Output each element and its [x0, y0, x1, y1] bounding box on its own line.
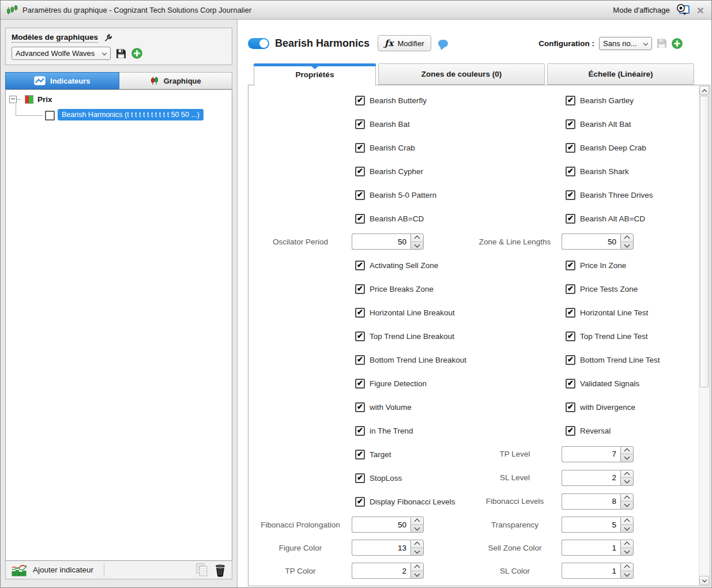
spin-up-icon[interactable]	[621, 494, 633, 502]
checkbox[interactable]: ✔Bearish AB=CD	[355, 214, 424, 224]
copy-indicator-icon[interactable]	[195, 563, 209, 577]
number-input[interactable]	[562, 446, 620, 462]
checkbox[interactable]: ✔Bearish Crab	[355, 143, 415, 153]
spin-down-icon[interactable]	[621, 502, 633, 509]
spin-up-icon[interactable]	[621, 517, 633, 525]
checkbox[interactable]: ✔Validated Signals	[566, 379, 639, 389]
close-icon[interactable]: ×	[695, 4, 706, 16]
checkbox-label: Target	[370, 450, 391, 459]
checkbox[interactable]: ✔with Volume	[355, 402, 412, 412]
checkbox[interactable]: ✔Price Breaks Zone	[355, 284, 434, 294]
wrench-icon[interactable]	[103, 33, 113, 43]
spin-up-icon[interactable]	[411, 540, 423, 548]
checkbox[interactable]: ✔Top Trend Line Breakout	[355, 331, 454, 341]
checkbox[interactable]: ✔Bottom Trend Line Breakout	[355, 355, 466, 365]
checkbox[interactable]: ✔in The Trend	[355, 426, 413, 436]
checkbox[interactable]: ✔Top Trend Line Test	[566, 331, 648, 341]
vertical-scrollbar[interactable]	[699, 86, 709, 585]
tree-node-indicator-label[interactable]: Bearish Harmonics (t t t t t t t t t t t…	[58, 109, 204, 120]
template-select[interactable]: Advanced Wolfe Waves	[12, 47, 111, 60]
spin-down-icon[interactable]	[411, 571, 423, 579]
spin-up-icon[interactable]	[621, 470, 633, 478]
spin-down-icon[interactable]	[411, 525, 423, 533]
tree-node-price-label[interactable]: Prix	[37, 95, 52, 104]
tab-indicators[interactable]: Indicateurs	[5, 72, 119, 89]
property-row: ✔Bearish Bat ✔Bearish Alt Bat	[249, 112, 699, 135]
scrollbar-thumb[interactable]	[700, 96, 709, 387]
number-input[interactable]	[352, 563, 410, 579]
number-input[interactable]	[352, 540, 410, 556]
spin-up-icon[interactable]	[621, 234, 633, 242]
spin-up-icon[interactable]	[411, 234, 423, 242]
spin-down-icon[interactable]	[621, 242, 633, 250]
tab-chart-label: Graphique	[164, 77, 201, 85]
checkbox[interactable]: ✔Bearish Three Drives	[566, 190, 653, 200]
spin-up-icon[interactable]	[621, 563, 633, 571]
checkbox[interactable]: ✔Bottom Trend Line Test	[566, 355, 660, 365]
checkbox[interactable]: ✔Price In Zone	[566, 261, 626, 270]
number-input[interactable]	[562, 233, 620, 250]
add-configuration-icon[interactable]	[672, 38, 683, 49]
spin-up-icon[interactable]	[621, 540, 633, 548]
spin-down-icon[interactable]	[621, 548, 633, 556]
checkbox[interactable]: ✔Bearish Alt AB=CD	[566, 214, 645, 224]
checkbox[interactable]: ✔Horizontal Line Test	[566, 308, 648, 318]
checkbox[interactable]: ✔Reversal	[566, 426, 611, 436]
spin-up-icon[interactable]	[411, 517, 423, 525]
number-field	[562, 563, 634, 579]
checkbox[interactable]: ✔Display Fibonacci Levels	[355, 497, 455, 507]
spin-down-icon[interactable]	[411, 548, 423, 556]
checkbox[interactable]: ✔Bearish Alt Bat	[566, 119, 631, 129]
number-input[interactable]	[562, 493, 620, 510]
number-input[interactable]	[562, 470, 620, 486]
number-input[interactable]	[562, 517, 620, 533]
delete-indicator-icon[interactable]	[214, 563, 226, 577]
display-mode-icon[interactable]	[675, 3, 690, 16]
checkbox[interactable]: ✔Bearish Gartley	[566, 96, 634, 105]
checkbox[interactable]: ✔Figure Detection	[355, 379, 427, 389]
checkbox[interactable]: ✔Horizontal Line Breakout	[355, 308, 455, 318]
modify-button[interactable]: ƒx Modifier	[378, 35, 431, 51]
number-input[interactable]	[562, 563, 620, 579]
spin-up-icon[interactable]	[621, 447, 633, 455]
tree-node-price[interactable]: Prix	[9, 93, 232, 105]
scroll-down-icon[interactable]	[699, 576, 709, 585]
checkbox[interactable]: ✔Price Tests Zone	[566, 284, 638, 294]
checkbox[interactable]: ✔Bearish Shark	[566, 167, 629, 176]
field-label: Sell Zone Color	[468, 544, 562, 552]
indicator-checkbox[interactable]	[45, 111, 55, 120]
checkbox[interactable]: ✔Activating Sell Zone	[355, 261, 438, 270]
configuration-select[interactable]: Sans no...	[599, 37, 652, 50]
tab-scale[interactable]: Échelle (Linéaire)	[547, 63, 694, 85]
spin-down-icon[interactable]	[411, 242, 423, 250]
checkbox[interactable]: ✔Bearish Deep Crab	[566, 143, 646, 153]
comment-icon[interactable]	[438, 40, 448, 47]
spin-down-icon[interactable]	[621, 478, 633, 485]
spin-down-icon[interactable]	[621, 571, 633, 579]
save-configuration-icon[interactable]	[657, 38, 667, 48]
indicator-enabled-toggle[interactable]	[248, 38, 269, 49]
scroll-up-icon[interactable]	[699, 86, 709, 95]
spin-down-icon[interactable]	[621, 525, 633, 533]
chart-templates-title[interactable]: Modèles de graphiques	[12, 33, 98, 43]
tree-collapse-icon[interactable]	[9, 96, 17, 103]
checkbox[interactable]: ✔Bearish Cypher	[355, 167, 423, 176]
checkbox[interactable]: ✔Bearish 5-0 Pattern	[355, 190, 436, 200]
add-indicator-button[interactable]: Ajouter indicateur	[33, 566, 93, 574]
checkbox-label: Top Trend Line Breakout	[370, 332, 454, 341]
checkbox[interactable]: ✔StopLoss	[355, 473, 402, 483]
number-input[interactable]	[352, 517, 410, 533]
tab-properties[interactable]: Propriétés	[254, 63, 376, 86]
tab-chart[interactable]: Graphique	[119, 72, 233, 89]
checkbox[interactable]: ✔Target	[355, 450, 391, 459]
checkbox[interactable]: ✔Bearish Butterfly	[355, 96, 427, 105]
save-template-icon[interactable]	[116, 48, 126, 59]
spin-down-icon[interactable]	[621, 454, 633, 462]
add-template-icon[interactable]	[131, 48, 142, 59]
number-input[interactable]	[562, 540, 620, 556]
tab-color-zones[interactable]: Zones de couleurs (0)	[378, 63, 545, 85]
checkbox[interactable]: ✔Bearish Bat	[355, 119, 410, 129]
checkbox[interactable]: ✔with Divergence	[566, 402, 635, 412]
spin-up-icon[interactable]	[411, 563, 423, 571]
number-input[interactable]	[352, 233, 410, 250]
